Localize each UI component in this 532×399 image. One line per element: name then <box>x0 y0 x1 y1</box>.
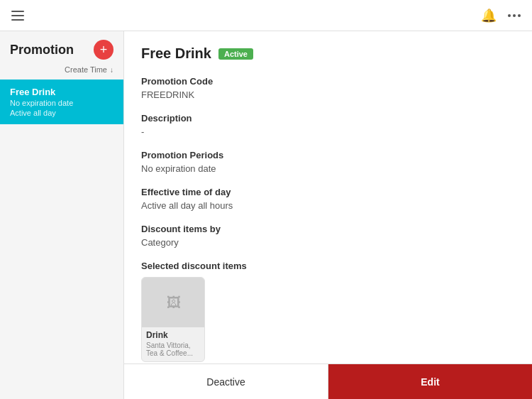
top-bar-right: 🔔 <box>481 8 521 23</box>
section-value-effective-time: Active all day all hours <box>141 200 515 211</box>
sidebar-item-sub1: No expiration date <box>10 99 113 107</box>
section-selected-discount-items: Selected discount items 🖼 Drink Santa Vi… <box>141 261 515 362</box>
discount-item-sub: Santa Vittoria, Tea & Coffee... <box>142 341 204 361</box>
sidebar-item-sub2: Active all day <box>10 109 113 117</box>
section-value-promotion-periods: No expiration date <box>141 163 515 174</box>
status-badge: Active <box>218 48 253 60</box>
more-icon[interactable] <box>508 14 521 17</box>
section-label-promotion-periods: Promotion Periods <box>141 150 515 160</box>
section-label-effective-time: Effective time of day <box>141 187 515 197</box>
main-layout: Promotion + Create Time ↓ Free Drink No … <box>0 31 532 399</box>
deactive-button[interactable]: Deactive <box>124 364 328 399</box>
section-label-discount-items-by: Discount items by <box>141 224 515 234</box>
sort-label: Create Time <box>65 65 107 74</box>
discount-item-image: 🖼 <box>142 278 205 327</box>
sidebar: Promotion + Create Time ↓ Free Drink No … <box>0 31 124 399</box>
add-promotion-button[interactable]: + <box>94 40 113 60</box>
top-bar-left <box>11 11 24 21</box>
discount-item-name: Drink <box>142 327 204 341</box>
detail-title-row: Free Drink Active <box>141 45 515 62</box>
section-label-description: Description <box>141 113 515 124</box>
sidebar-header: Promotion + <box>0 31 123 65</box>
detail-content: Free Drink Active Promotion Code FREEDRI… <box>124 31 532 364</box>
section-promotion-code: Promotion Code FREEDRINK <box>141 76 515 100</box>
section-promotion-periods: Promotion Periods No expiration date <box>141 150 515 174</box>
section-label-selected-discount-items: Selected discount items <box>141 261 515 271</box>
sidebar-item-name: Free Drink <box>10 87 113 97</box>
section-value-promotion-code: FREEDRINK <box>141 89 515 100</box>
sidebar-item-free-drink[interactable]: Free Drink No expiration date Active all… <box>0 80 123 124</box>
section-effective-time: Effective time of day Active all day all… <box>141 187 515 211</box>
hamburger-icon[interactable] <box>11 11 24 21</box>
section-value-discount-items-by: Category <box>141 237 515 248</box>
edit-button[interactable]: Edit <box>328 364 532 399</box>
section-description: Description - <box>141 113 515 137</box>
bell-icon[interactable]: 🔔 <box>481 8 497 23</box>
action-bar: Deactive Edit <box>124 364 532 399</box>
top-bar: 🔔 <box>0 0 532 31</box>
section-discount-items-by: Discount items by Category <box>141 224 515 248</box>
section-label-promotion-code: Promotion Code <box>141 76 515 87</box>
discount-items-grid: 🖼 Drink Santa Vittoria, Tea & Coffee... <box>141 277 515 362</box>
discount-item-card-drink[interactable]: 🖼 Drink Santa Vittoria, Tea & Coffee... <box>141 277 205 362</box>
detail-panel: Free Drink Active Promotion Code FREEDRI… <box>124 31 532 399</box>
sort-bar[interactable]: Create Time ↓ <box>0 65 123 80</box>
image-placeholder-icon: 🖼 <box>167 295 181 311</box>
detail-title: Free Drink <box>141 45 211 62</box>
sidebar-list: Free Drink No expiration date Active all… <box>0 80 123 399</box>
sidebar-title: Promotion <box>10 43 74 58</box>
sort-direction-icon: ↓ <box>110 66 113 74</box>
section-value-description: - <box>141 126 515 137</box>
